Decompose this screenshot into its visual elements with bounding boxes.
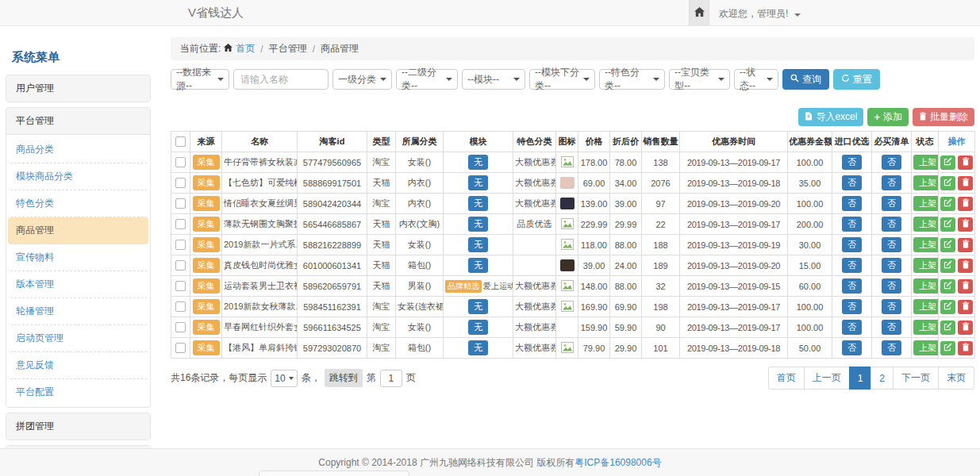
- jump-button[interactable]: 跳转到: [325, 369, 363, 387]
- level2-category-select[interactable]: --二级分类--: [396, 69, 458, 90]
- delete-button[interactable]: [958, 217, 973, 232]
- home-button[interactable]: [689, 0, 709, 25]
- page-button[interactable]: 2: [870, 367, 894, 390]
- sidebar-item[interactable]: 商品管理: [8, 217, 148, 244]
- row-checkbox[interactable]: [175, 219, 186, 229]
- import-select-toggle[interactable]: 否: [842, 299, 862, 314]
- next-page-button[interactable]: 下一页: [893, 367, 939, 390]
- delete-button[interactable]: [958, 300, 973, 314]
- status-button[interactable]: 上架: [913, 278, 939, 294]
- edit-button[interactable]: [940, 176, 955, 190]
- edit-button[interactable]: [940, 217, 955, 232]
- delete-button[interactable]: [958, 341, 973, 355]
- row-checkbox[interactable]: [175, 322, 186, 332]
- breadcrumb-home-link[interactable]: 首页: [236, 42, 255, 56]
- must-buy-toggle[interactable]: 否: [882, 175, 901, 190]
- sidebar-item[interactable]: 商品分类: [8, 136, 148, 163]
- sidebar-item[interactable]: 平台配置: [8, 379, 148, 405]
- import-select-toggle[interactable]: 否: [842, 196, 862, 211]
- page-button[interactable]: 1: [849, 367, 872, 390]
- delete-button[interactable]: [958, 197, 973, 211]
- edit-button[interactable]: [940, 238, 955, 252]
- row-checkbox[interactable]: [175, 260, 186, 271]
- must-buy-toggle[interactable]: 否: [882, 320, 901, 335]
- status-button[interactable]: 上架: [913, 217, 939, 232]
- edit-button[interactable]: [940, 341, 955, 355]
- edit-button[interactable]: [940, 197, 955, 211]
- prev-page-button[interactable]: 上一页: [804, 367, 850, 390]
- item-type-select[interactable]: --宝贝类型--: [669, 69, 730, 90]
- import-select-toggle[interactable]: 否: [842, 278, 862, 294]
- delete-button[interactable]: [958, 238, 973, 252]
- per-page-select[interactable]: 10: [271, 370, 297, 387]
- sidebar-group-header[interactable]: 拼团管理: [6, 413, 150, 440]
- status-button[interactable]: 上架: [913, 196, 939, 211]
- special-category-select[interactable]: --特色分类--: [599, 69, 665, 90]
- row-checkbox[interactable]: [175, 301, 186, 312]
- import-select-toggle[interactable]: 否: [842, 237, 862, 252]
- sidebar-item[interactable]: 意见反馈: [8, 352, 148, 379]
- edit-button[interactable]: [940, 300, 955, 314]
- select-all-checkbox[interactable]: [175, 136, 186, 147]
- must-buy-toggle[interactable]: 否: [882, 237, 901, 252]
- icp-link[interactable]: 粤ICP备16098006号: [575, 457, 661, 468]
- add-button[interactable]: + 添加: [867, 108, 909, 126]
- must-buy-toggle[interactable]: 否: [882, 258, 901, 273]
- must-buy-toggle[interactable]: 否: [882, 217, 901, 232]
- delete-button[interactable]: [958, 321, 973, 335]
- sidebar-item[interactable]: 版本管理: [8, 271, 148, 298]
- row-checkbox[interactable]: [175, 240, 186, 250]
- sidebar-item[interactable]: 启动页管理: [8, 325, 148, 352]
- last-page-button[interactable]: 末页: [938, 367, 974, 390]
- must-buy-toggle[interactable]: 否: [882, 196, 901, 211]
- batch-delete-button[interactable]: 批量删除: [913, 108, 974, 126]
- import-select-toggle[interactable]: 否: [842, 175, 862, 190]
- status-button[interactable]: 上架: [913, 155, 939, 170]
- user-menu[interactable]: 欢迎您，管理员!: [719, 7, 801, 21]
- status-button[interactable]: 上架: [913, 175, 939, 190]
- status-button[interactable]: 上架: [913, 258, 939, 273]
- name-search-input[interactable]: [233, 69, 329, 90]
- sidebar-group-header[interactable]: 平台管理: [6, 108, 150, 134]
- row-checkbox[interactable]: [175, 343, 186, 353]
- level1-category-select[interactable]: 一级分类: [332, 69, 392, 90]
- must-buy-toggle[interactable]: 否: [882, 278, 901, 294]
- edit-button[interactable]: [940, 321, 955, 335]
- search-button[interactable]: 查询: [782, 69, 829, 90]
- sidebar-item[interactable]: 宣传物料: [8, 244, 148, 271]
- row-checkbox[interactable]: [175, 157, 186, 167]
- edit-button[interactable]: [940, 279, 955, 294]
- module-subcategory-select[interactable]: --模块下分类--: [529, 69, 595, 90]
- page-number-input[interactable]: [380, 370, 402, 387]
- import-select-toggle[interactable]: 否: [842, 258, 862, 273]
- row-checkbox[interactable]: [175, 281, 186, 291]
- delete-button[interactable]: [958, 176, 973, 190]
- status-button[interactable]: 上架: [913, 237, 939, 252]
- row-checkbox[interactable]: [175, 178, 186, 188]
- must-buy-toggle[interactable]: 否: [882, 299, 901, 314]
- module-select[interactable]: --模块--: [462, 69, 525, 90]
- import-select-toggle[interactable]: 否: [842, 155, 862, 170]
- delete-button[interactable]: [958, 279, 973, 294]
- status-button[interactable]: 上架: [913, 320, 939, 335]
- import-select-toggle[interactable]: 否: [842, 340, 862, 355]
- status-button[interactable]: 上架: [913, 299, 939, 314]
- first-page-button[interactable]: 首页: [768, 367, 805, 390]
- must-buy-toggle[interactable]: 否: [882, 155, 901, 170]
- must-buy-toggle[interactable]: 否: [882, 340, 901, 355]
- sidebar-item[interactable]: 轮播管理: [8, 298, 148, 325]
- sidebar-item[interactable]: 特色分类: [8, 190, 148, 217]
- delete-button[interactable]: [958, 155, 973, 170]
- delete-button[interactable]: [958, 259, 973, 273]
- sidebar-group-header[interactable]: 用户管理: [6, 75, 150, 102]
- status-select[interactable]: --状态--: [734, 69, 778, 90]
- row-checkbox[interactable]: [175, 198, 186, 209]
- edit-button[interactable]: [940, 155, 955, 170]
- import-select-toggle[interactable]: 否: [842, 217, 862, 232]
- edit-button[interactable]: [940, 259, 955, 273]
- status-button[interactable]: 上架: [913, 340, 939, 355]
- data-source-select[interactable]: --数据来源--: [171, 69, 229, 90]
- sidebar-item[interactable]: 模块商品分类: [8, 163, 148, 190]
- reset-button[interactable]: 重置: [833, 69, 880, 90]
- import-excel-button[interactable]: 导入excel: [798, 108, 863, 126]
